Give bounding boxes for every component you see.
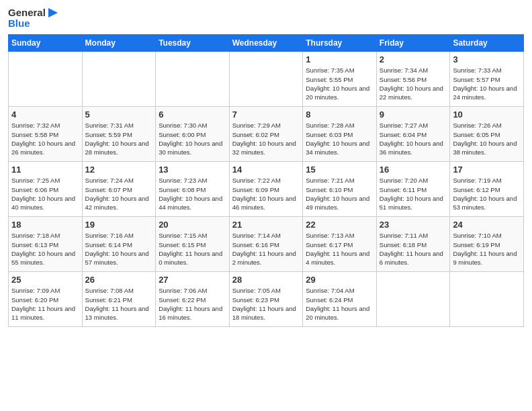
day-detail: Sunrise: 7:14 AM Sunset: 6:16 PM Dayligh…: [232, 231, 300, 267]
day-number: 20: [159, 220, 226, 230]
calendar-cell: 22Sunrise: 7:13 AM Sunset: 6:17 PM Dayli…: [303, 217, 377, 272]
day-detail: Sunrise: 7:05 AM Sunset: 6:23 PM Dayligh…: [232, 286, 300, 322]
calendar-cell: [229, 52, 303, 107]
day-detail: Sunrise: 7:18 AM Sunset: 6:13 PM Dayligh…: [11, 231, 79, 267]
day-number: 23: [380, 220, 447, 230]
calendar-cell: 26Sunrise: 7:08 AM Sunset: 6:21 PM Dayli…: [82, 272, 156, 327]
svg-marker-0: [48, 8, 58, 17]
calendar-cell: 10Sunrise: 7:26 AM Sunset: 6:05 PM Dayli…: [450, 107, 524, 162]
day-detail: Sunrise: 7:08 AM Sunset: 6:21 PM Dayligh…: [85, 286, 153, 322]
day-detail: Sunrise: 7:06 AM Sunset: 6:22 PM Dayligh…: [159, 286, 226, 322]
calendar-cell: [156, 52, 230, 107]
calendar-cell: 12Sunrise: 7:24 AM Sunset: 6:07 PM Dayli…: [82, 162, 156, 217]
calendar-week-5: 25Sunrise: 7:09 AM Sunset: 6:20 PM Dayli…: [9, 272, 524, 327]
day-number: 28: [232, 275, 300, 285]
day-detail: Sunrise: 7:28 AM Sunset: 6:03 PM Dayligh…: [306, 121, 373, 156]
logo-arrow-icon: [47, 7, 59, 19]
calendar-cell: 6Sunrise: 7:30 AM Sunset: 6:00 PM Daylig…: [156, 107, 230, 162]
calendar-cell: 5Sunrise: 7:31 AM Sunset: 5:59 PM Daylig…: [82, 107, 156, 162]
day-number: 1: [306, 54, 373, 64]
day-detail: Sunrise: 7:15 AM Sunset: 6:15 PM Dayligh…: [159, 231, 226, 267]
calendar-cell: 16Sunrise: 7:20 AM Sunset: 6:11 PM Dayli…: [376, 162, 450, 217]
day-detail: Sunrise: 7:13 AM Sunset: 6:17 PM Dayligh…: [306, 231, 373, 267]
day-number: 26: [85, 275, 153, 285]
weekday-header-row: SundayMondayTuesdayWednesdayThursdayFrid…: [9, 35, 524, 52]
day-detail: Sunrise: 7:25 AM Sunset: 6:06 PM Dayligh…: [11, 176, 79, 212]
calendar-cell: 25Sunrise: 7:09 AM Sunset: 6:20 PM Dayli…: [9, 272, 83, 327]
weekday-header-saturday: Saturday: [450, 35, 524, 52]
day-number: 10: [453, 109, 521, 120]
day-detail: Sunrise: 7:34 AM Sunset: 5:56 PM Dayligh…: [380, 66, 447, 101]
day-number: 6: [159, 109, 226, 120]
calendar-cell: 21Sunrise: 7:14 AM Sunset: 6:16 PM Dayli…: [229, 217, 303, 272]
day-number: 9: [380, 109, 447, 120]
day-number: 17: [453, 165, 521, 175]
calendar-cell: 7Sunrise: 7:29 AM Sunset: 6:02 PM Daylig…: [229, 107, 303, 162]
calendar-cell: [376, 272, 450, 327]
calendar-cell: 20Sunrise: 7:15 AM Sunset: 6:15 PM Dayli…: [156, 217, 230, 272]
calendar-cell: [450, 272, 524, 327]
calendar-cell: 18Sunrise: 7:18 AM Sunset: 6:13 PM Dayli…: [9, 217, 83, 272]
calendar-cell: 9Sunrise: 7:27 AM Sunset: 6:04 PM Daylig…: [376, 107, 450, 162]
day-detail: Sunrise: 7:23 AM Sunset: 6:08 PM Dayligh…: [159, 176, 226, 212]
calendar-cell: [9, 52, 83, 107]
day-number: 13: [159, 165, 226, 175]
day-detail: Sunrise: 7:04 AM Sunset: 6:24 PM Dayligh…: [306, 286, 373, 322]
weekday-header-friday: Friday: [376, 35, 450, 52]
weekday-header-sunday: Sunday: [9, 35, 83, 52]
day-detail: Sunrise: 7:16 AM Sunset: 6:14 PM Dayligh…: [85, 231, 153, 267]
logo-blue-text: Blue: [8, 17, 30, 29]
day-detail: Sunrise: 7:24 AM Sunset: 6:07 PM Dayligh…: [85, 176, 153, 212]
day-number: 25: [11, 275, 79, 285]
day-number: 15: [306, 165, 373, 175]
calendar-cell: 4Sunrise: 7:32 AM Sunset: 5:58 PM Daylig…: [9, 107, 83, 162]
calendar-cell: 8Sunrise: 7:28 AM Sunset: 6:03 PM Daylig…: [303, 107, 377, 162]
weekday-header-wednesday: Wednesday: [229, 35, 303, 52]
calendar-cell: 1Sunrise: 7:35 AM Sunset: 5:55 PM Daylig…: [303, 52, 377, 107]
day-detail: Sunrise: 7:32 AM Sunset: 5:58 PM Dayligh…: [11, 121, 79, 156]
day-detail: Sunrise: 7:26 AM Sunset: 6:05 PM Dayligh…: [453, 121, 521, 156]
day-number: 27: [159, 275, 226, 285]
calendar-cell: 24Sunrise: 7:10 AM Sunset: 6:19 PM Dayli…: [450, 217, 524, 272]
calendar-cell: 23Sunrise: 7:11 AM Sunset: 6:18 PM Dayli…: [376, 217, 450, 272]
day-number: 7: [232, 109, 300, 120]
day-detail: Sunrise: 7:10 AM Sunset: 6:19 PM Dayligh…: [453, 231, 521, 267]
day-number: 19: [85, 220, 153, 230]
day-detail: Sunrise: 7:21 AM Sunset: 6:10 PM Dayligh…: [306, 176, 373, 212]
logo: General Blue: [8, 7, 59, 29]
day-detail: Sunrise: 7:11 AM Sunset: 6:18 PM Dayligh…: [380, 231, 447, 267]
day-detail: Sunrise: 7:20 AM Sunset: 6:11 PM Dayligh…: [380, 176, 447, 212]
day-detail: Sunrise: 7:19 AM Sunset: 6:12 PM Dayligh…: [453, 176, 521, 212]
day-detail: Sunrise: 7:35 AM Sunset: 5:55 PM Dayligh…: [306, 66, 373, 101]
day-number: 14: [232, 165, 300, 175]
day-number: 3: [453, 54, 521, 64]
calendar-cell: 15Sunrise: 7:21 AM Sunset: 6:10 PM Dayli…: [303, 162, 377, 217]
calendar-cell: 29Sunrise: 7:04 AM Sunset: 6:24 PM Dayli…: [303, 272, 377, 327]
weekday-header-monday: Monday: [82, 35, 156, 52]
day-detail: Sunrise: 7:31 AM Sunset: 5:59 PM Dayligh…: [85, 121, 153, 156]
day-detail: Sunrise: 7:33 AM Sunset: 5:57 PM Dayligh…: [453, 66, 521, 101]
day-detail: Sunrise: 7:27 AM Sunset: 6:04 PM Dayligh…: [380, 121, 447, 156]
day-number: 2: [380, 54, 447, 64]
day-number: 22: [306, 220, 373, 230]
calendar-cell: 11Sunrise: 7:25 AM Sunset: 6:06 PM Dayli…: [9, 162, 83, 217]
day-detail: Sunrise: 7:29 AM Sunset: 6:02 PM Dayligh…: [232, 121, 300, 156]
calendar-cell: 28Sunrise: 7:05 AM Sunset: 6:23 PM Dayli…: [229, 272, 303, 327]
day-number: 29: [306, 275, 373, 285]
calendar-week-4: 18Sunrise: 7:18 AM Sunset: 6:13 PM Dayli…: [9, 217, 524, 272]
calendar-week-2: 4Sunrise: 7:32 AM Sunset: 5:58 PM Daylig…: [9, 107, 524, 162]
day-number: 5: [85, 109, 153, 120]
day-number: 11: [11, 165, 79, 175]
calendar-cell: 19Sunrise: 7:16 AM Sunset: 6:14 PM Dayli…: [82, 217, 156, 272]
calendar-week-3: 11Sunrise: 7:25 AM Sunset: 6:06 PM Dayli…: [9, 162, 524, 217]
day-number: 24: [453, 220, 521, 230]
weekday-header-thursday: Thursday: [303, 35, 377, 52]
day-detail: Sunrise: 7:22 AM Sunset: 6:09 PM Dayligh…: [232, 176, 300, 212]
day-number: 4: [11, 109, 79, 120]
day-number: 18: [11, 220, 79, 230]
calendar-table: SundayMondayTuesdayWednesdayThursdayFrid…: [8, 34, 524, 327]
calendar-cell: [82, 52, 156, 107]
calendar-cell: 17Sunrise: 7:19 AM Sunset: 6:12 PM Dayli…: [450, 162, 524, 217]
calendar-cell: 27Sunrise: 7:06 AM Sunset: 6:22 PM Dayli…: [156, 272, 230, 327]
calendar-week-1: 1Sunrise: 7:35 AM Sunset: 5:55 PM Daylig…: [9, 52, 524, 107]
